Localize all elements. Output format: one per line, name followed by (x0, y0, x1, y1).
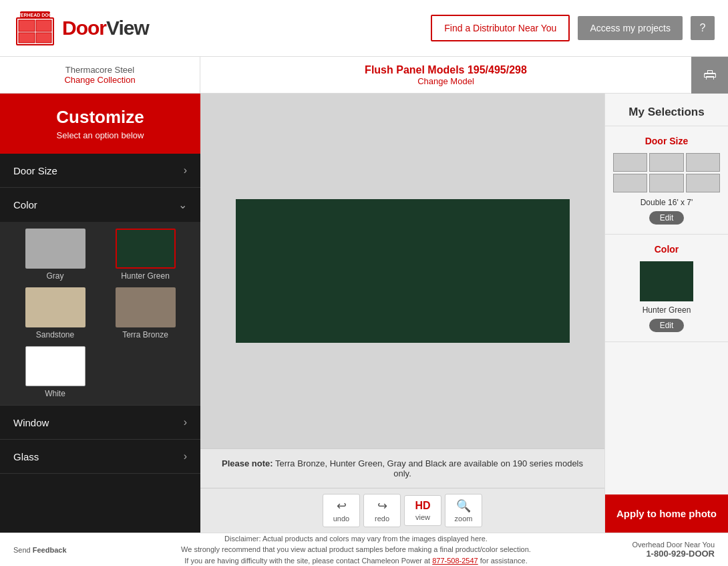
right-panel: My Selections Door Size Double 16' x 7' … (604, 94, 728, 533)
window-chevron-right-icon: › (184, 416, 187, 428)
door-size-accordion-header[interactable]: Door Size › (0, 154, 200, 187)
color-swatch-white-label: White (45, 389, 65, 398)
svg-rect-5 (36, 20, 51, 31)
color-selection: Color Hunter Green Edit (605, 235, 728, 342)
color-swatch-gray[interactable]: Gray (13, 229, 97, 281)
logo-text: DoorView (62, 17, 149, 39)
change-model-link[interactable]: Change Model (200, 76, 691, 86)
door-size-edit-button[interactable]: Edit (649, 211, 685, 225)
customize-header: Customize Select an option below (0, 94, 200, 154)
glass-chevron-right-icon: › (184, 450, 187, 462)
header: OVERHEAD DOOR DoorView Find a Distributo… (0, 0, 728, 57)
disclaimer-line1: Disclaimer: Actual products and colors m… (80, 533, 632, 545)
door-size-grid (613, 153, 720, 192)
glass-accordion-header[interactable]: Glass › (0, 440, 200, 473)
accordion-window: Window › (0, 406, 200, 440)
breadcrumb-bar: Thermacore Steel Change Collection Flush… (0, 57, 728, 94)
accordion-glass: Glass › (0, 440, 200, 474)
door-size-section-title: Door Size (613, 136, 720, 146)
color-grid: Gray Hunter Green Sandstone Terra Bronze (0, 222, 200, 405)
hd-view-button[interactable]: HD view (404, 495, 441, 526)
door-size-cell-6 (686, 174, 720, 192)
footer-disclaimer: Disclaimer: Actual products and colors m… (80, 533, 632, 566)
undo-icon: ↩ (337, 499, 347, 513)
accordion-door-size: Door Size › (0, 154, 200, 188)
svg-rect-3 (19, 20, 35, 31)
breadcrumb-model: Flush Panel Models 195/495/298 Change Mo… (200, 57, 691, 94)
feedback-link[interactable]: Feedback (33, 546, 67, 554)
color-swatch-gray-label: Gray (46, 271, 63, 281)
customize-subtitle: Select an option below (7, 130, 194, 140)
logo-area: OVERHEAD DOOR DoorView (13, 10, 431, 47)
door-size-cell-4 (613, 174, 647, 192)
hd-label: view (415, 513, 430, 521)
overhead-door-label: Overhead Door Near You (632, 541, 715, 549)
color-swatch-hunter-green[interactable]: Hunter Green (104, 229, 187, 281)
svg-rect-6 (36, 33, 51, 43)
door-size-value: Double 16' x 7' (613, 198, 720, 207)
door-image (236, 199, 570, 343)
undo-label: undo (333, 515, 349, 523)
color-swatch-terra-bronze-label: Terra Bronze (122, 330, 168, 339)
door-size-label: Door Size (13, 165, 57, 176)
color-section-title: Color (613, 244, 720, 255)
zoom-icon: 🔍 (456, 499, 471, 513)
hd-icon: HD (415, 500, 430, 512)
printer-icon (702, 67, 718, 83)
doorview-logo-icon: OVERHEAD DOOR (13, 10, 57, 47)
disclaimer-line2: We strongly recommend that you view actu… (80, 544, 632, 555)
phone-link[interactable]: 877-508-2547 (432, 557, 478, 565)
send-label: Send (13, 546, 33, 554)
footer-phone: Overhead Door Near You 1-800-929-DOOR (632, 541, 715, 559)
undo-button[interactable]: ↩ undo (323, 494, 360, 527)
color-swatch-sandstone[interactable]: Sandstone (13, 287, 97, 339)
customize-title: Customize (7, 107, 194, 128)
selected-color-name: Hunter Green (613, 305, 720, 315)
color-chevron-down-icon: ⌄ (178, 198, 187, 211)
find-distributor-button[interactable]: Find a Distributor Near You (431, 15, 570, 41)
phone-number: 1-800-929-DOOR (632, 549, 715, 559)
redo-label: redo (375, 515, 389, 523)
color-swatch-white[interactable]: White (13, 346, 97, 398)
window-label: Window (13, 417, 49, 428)
help-button[interactable]: ? (691, 16, 715, 40)
my-selections-header: My Selections (605, 94, 728, 126)
note-text: Terra Bronze, Hunter Green, Gray and Bla… (275, 458, 583, 478)
sidebar: Customize Select an option below Door Si… (0, 94, 200, 533)
accordion-color: Color ⌄ Gray Hunter Green Sandstone (0, 188, 200, 406)
collection-name: Thermacore Steel (13, 65, 186, 75)
door-size-cell-5 (649, 174, 683, 192)
door-size-chevron-right-icon: › (184, 164, 187, 176)
print-button[interactable] (691, 57, 728, 94)
change-collection-link[interactable]: Change Collection (13, 75, 186, 85)
door-size-cell-3 (686, 153, 720, 172)
zoom-button[interactable]: 🔍 zoom (445, 494, 482, 527)
color-swatch-sandstone-label: Sandstone (36, 330, 74, 339)
glass-label: Glass (13, 451, 39, 462)
footer-feedback: Send Feedback (13, 546, 67, 554)
window-accordion-header[interactable]: Window › (0, 406, 200, 439)
redo-button[interactable]: ↪ redo (363, 494, 401, 527)
note-bar: Please note: Terra Bronze, Hunter Green,… (200, 448, 604, 488)
color-label: Color (13, 199, 37, 210)
access-projects-button[interactable]: Access my projects (578, 16, 683, 40)
footer: Send Feedback Disclaimer: Actual product… (0, 533, 728, 566)
color-swatch-terra-bronze[interactable]: Terra Bronze (104, 287, 187, 339)
svg-text:OVERHEAD DOOR: OVERHEAD DOOR (14, 13, 56, 17)
color-edit-button[interactable]: Edit (649, 319, 685, 332)
center-content: Please note: Terra Bronze, Hunter Green,… (200, 94, 604, 533)
door-size-selection: Door Size Double 16' x 7' Edit (605, 126, 728, 235)
svg-rect-4 (19, 33, 35, 43)
color-accordion-header[interactable]: Color ⌄ (0, 188, 200, 222)
header-actions: Find a Distributor Near You Access my pr… (431, 15, 715, 41)
door-preview (200, 94, 604, 448)
disclaimer-line3: If you are having difficulty with the si… (80, 555, 632, 566)
zoom-label: zoom (455, 515, 473, 523)
main-layout: Customize Select an option below Door Si… (0, 94, 728, 533)
color-swatch-hunter-green-label: Hunter Green (121, 271, 170, 281)
note-bold: Please note: (222, 458, 273, 468)
door-size-cell-1 (613, 153, 647, 172)
apply-to-home-photo-button[interactable]: Apply to home photo (605, 494, 728, 533)
redo-icon: ↪ (377, 499, 387, 513)
breadcrumb-collection: Thermacore Steel Change Collection (0, 57, 200, 94)
